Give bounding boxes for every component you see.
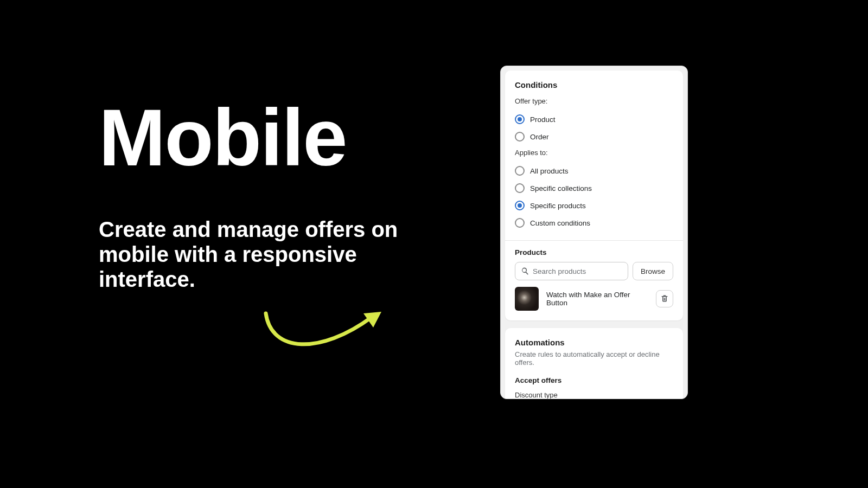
applies-to-label: Applies to:	[515, 149, 673, 157]
radio-icon	[515, 166, 525, 176]
radio-label: Specific products	[530, 202, 586, 210]
radio-icon	[515, 114, 525, 124]
conditions-title: Conditions	[515, 80, 673, 89]
radio-offer-product[interactable]: Product	[515, 111, 673, 128]
radio-label: Product	[530, 115, 556, 124]
radio-icon	[515, 183, 525, 193]
radio-offer-order[interactable]: Order	[515, 128, 673, 145]
mobile-settings-panel: Conditions Offer type: Product Order App…	[500, 66, 688, 399]
offer-type-label: Offer type:	[515, 97, 673, 105]
radio-applies-custom-conditions[interactable]: Custom conditions	[515, 214, 673, 232]
radio-icon	[515, 132, 525, 142]
conditions-card: Conditions Offer type: Product Order App…	[505, 70, 683, 320]
product-thumbnail	[515, 287, 539, 311]
products-heading: Products	[515, 248, 673, 256]
product-list-item: Watch with Make an Offer Button	[515, 287, 673, 311]
radio-applies-specific-collections[interactable]: Specific collections	[515, 179, 673, 197]
hero-title: Mobile	[99, 98, 435, 178]
radio-label: Order	[530, 133, 549, 141]
radio-label: Custom conditions	[530, 219, 590, 227]
radio-label: All products	[530, 167, 569, 175]
discount-type-label: Discount type	[515, 391, 673, 399]
radio-icon	[515, 201, 525, 210]
remove-product-button[interactable]	[656, 290, 673, 307]
accept-offers-heading: Accept offers	[515, 376, 673, 384]
automations-description: Create rules to automatically accept or …	[515, 350, 673, 367]
product-name: Watch with Make an Offer Button	[546, 291, 648, 307]
trash-icon	[660, 294, 669, 304]
browse-button[interactable]: Browse	[633, 262, 673, 280]
automations-card: Automations Create rules to automaticall…	[505, 328, 683, 399]
automations-title: Automations	[515, 338, 673, 347]
product-search-field[interactable]	[515, 262, 628, 280]
radio-icon	[515, 218, 525, 228]
arrow-icon	[255, 304, 391, 365]
product-search-input[interactable]	[533, 267, 622, 275]
radio-label: Specific collections	[530, 184, 592, 192]
radio-applies-specific-products[interactable]: Specific products	[515, 197, 673, 214]
search-icon	[521, 267, 529, 275]
hero-subtitle: Create and manage offers on mobile with …	[99, 217, 435, 292]
radio-applies-all-products[interactable]: All products	[515, 162, 673, 179]
